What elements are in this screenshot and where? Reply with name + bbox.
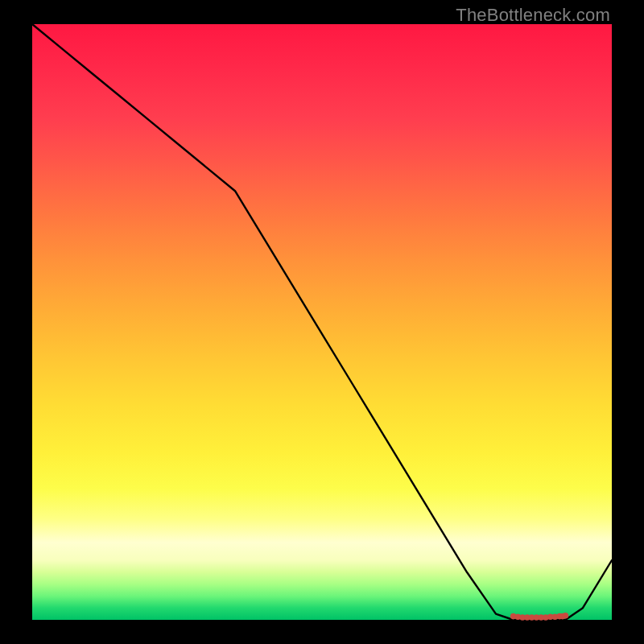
chart-markers: [510, 613, 568, 621]
chart-frame: TheBottleneck.com: [0, 0, 644, 644]
svg-point-12: [563, 613, 569, 619]
chart-overlay: [0, 0, 644, 644]
chart-line: [32, 24, 612, 620]
